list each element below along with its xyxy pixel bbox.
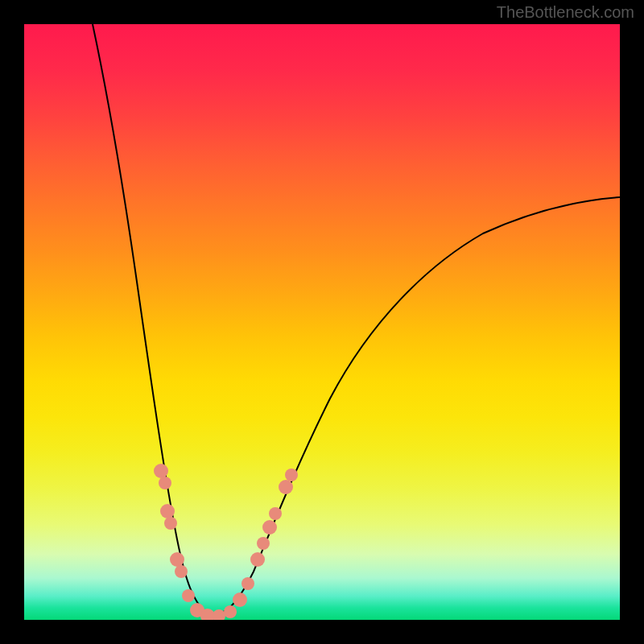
data-dot [164, 517, 177, 530]
watermark-text: TheBottleneck.com [497, 3, 634, 22]
data-dot [175, 565, 188, 578]
data-dot [159, 477, 171, 489]
data-dot [250, 552, 265, 567]
chart-plot-area [24, 24, 620, 620]
data-dot [285, 469, 298, 481]
data-dot [160, 504, 175, 518]
data-dot [224, 605, 237, 618]
dots-group [154, 464, 298, 620]
data-dot [154, 464, 168, 478]
data-dot [242, 577, 254, 590]
data-dot [269, 507, 282, 520]
data-dot [170, 552, 184, 567]
data-dot [279, 480, 293, 494]
data-dot [257, 537, 270, 550]
data-dot [213, 609, 225, 620]
data-dot [262, 520, 277, 535]
data-dot [233, 592, 247, 607]
data-dot [182, 589, 195, 602]
chart-svg [24, 24, 620, 620]
